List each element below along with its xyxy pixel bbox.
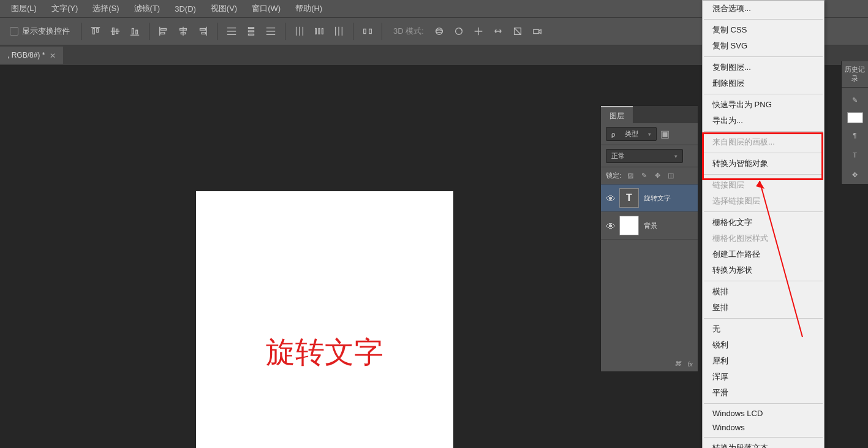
- menu-3d[interactable]: 3D(D): [168, 2, 202, 16]
- separator: [704, 318, 823, 319]
- align-top-icon[interactable]: [88, 23, 104, 39]
- distribute-hcenter-icon[interactable]: [311, 23, 327, 39]
- svg-rect-8: [136, 30, 138, 34]
- show-transform-controls-checkbox[interactable]: 显示变换控件: [5, 26, 75, 37]
- document-tab[interactable]: , RGB/8#) * ✕: [0, 47, 63, 64]
- 3d-roll-icon[interactable]: [451, 23, 467, 39]
- separator: [81, 23, 81, 40]
- align-hcenter-icon[interactable]: [175, 23, 191, 39]
- canvas[interactable]: 旋转文字: [196, 191, 453, 448]
- tab-title: , RGB/8#) *: [7, 51, 45, 59]
- context-menu-item[interactable]: 转换为智能对象: [703, 156, 824, 172]
- svg-rect-22: [249, 31, 254, 32]
- svg-rect-23: [249, 34, 254, 36]
- separator: [217, 23, 217, 40]
- context-menu-item[interactable]: 混合选项...: [703, 1, 824, 17]
- menu-type[interactable]: 文字(Y): [45, 1, 84, 17]
- paragraph-icon[interactable]: ¶: [848, 128, 862, 143]
- filter-image-icon[interactable]: ▣: [660, 130, 669, 139]
- svg-rect-31: [319, 29, 320, 34]
- link-layers-icon[interactable]: ⌘: [674, 360, 681, 368]
- menu-help[interactable]: 帮助(H): [289, 1, 328, 17]
- separator: [704, 153, 823, 153]
- context-menu-item[interactable]: 横排: [703, 284, 824, 300]
- context-menu-item[interactable]: 竖排: [703, 300, 824, 316]
- menu-window[interactable]: 窗口(W): [246, 1, 287, 17]
- 3d-pan-icon[interactable]: [470, 23, 486, 39]
- svg-rect-7: [132, 29, 134, 34]
- canvas-text-layer[interactable]: 旋转文字: [266, 333, 383, 372]
- 3d-slide-icon[interactable]: [490, 23, 506, 39]
- context-menu-item[interactable]: 删除图层: [703, 75, 824, 91]
- lock-artboard-icon[interactable]: ◫: [666, 172, 675, 180]
- separator: [382, 23, 382, 40]
- context-menu-item[interactable]: 复制图层...: [703, 59, 824, 75]
- context-menu-item[interactable]: 复制 SVG: [703, 38, 824, 54]
- context-menu-item: 栅格化图层样式: [703, 230, 824, 246]
- lock-position-icon[interactable]: ✥: [653, 172, 662, 180]
- lock-transparent-icon[interactable]: ▨: [626, 172, 635, 180]
- context-menu-item[interactable]: 锐利: [703, 337, 824, 353]
- layer-thumbnail: [619, 216, 639, 235]
- distribute-left-icon[interactable]: [292, 23, 308, 39]
- distribute-right-icon[interactable]: [331, 23, 347, 39]
- context-menu-item[interactable]: 导出为...: [703, 113, 824, 129]
- svg-rect-17: [202, 32, 205, 34]
- align-bottom-icon[interactable]: [127, 23, 143, 39]
- fx-icon[interactable]: fx: [687, 360, 693, 368]
- separator: [704, 19, 823, 20]
- 3d-orbit-icon[interactable]: [431, 23, 447, 39]
- distribute-top-icon[interactable]: [224, 23, 240, 39]
- align-right-icon[interactable]: [195, 23, 211, 39]
- lock-row: 锁定: ▨ ✎ ✥ ◫: [601, 167, 698, 184]
- context-menu-item[interactable]: 栅格化文字: [703, 215, 824, 230]
- right-panel-strip: 历史记录 ✎ ¶ T ✥: [841, 61, 868, 184]
- layer-item-text[interactable]: 👁 T 旋转文字: [601, 184, 698, 212]
- context-menu-item[interactable]: 平滑: [703, 385, 824, 401]
- context-menu-item: 链接图层: [703, 177, 824, 193]
- align-left-icon[interactable]: [156, 23, 172, 39]
- context-menu-item[interactable]: 无: [703, 321, 824, 337]
- history-thumb[interactable]: [847, 112, 863, 123]
- layer-item-background[interactable]: 👁 背景: [601, 212, 698, 240]
- 3d-scale-icon[interactable]: [510, 23, 526, 39]
- type-icon[interactable]: T: [848, 148, 862, 162]
- context-menu-item[interactable]: 复制 CSS: [703, 22, 824, 38]
- menu-view[interactable]: 视图(V): [205, 1, 243, 17]
- context-menu-item[interactable]: Windows: [703, 420, 824, 435]
- separator: [704, 403, 823, 404]
- separator: [285, 23, 285, 40]
- context-menu-item[interactable]: Windows LCD: [703, 406, 824, 420]
- tab-layers[interactable]: 图层: [601, 106, 633, 123]
- context-menu-item[interactable]: 快速导出为 PNG: [703, 97, 824, 113]
- close-icon[interactable]: ✕: [50, 51, 57, 59]
- visibility-icon[interactable]: 👁: [606, 194, 614, 202]
- separator: [704, 437, 823, 438]
- visibility-icon[interactable]: 👁: [606, 221, 614, 230]
- context-menu-item[interactable]: 转换为段落文本: [703, 440, 824, 448]
- lock-paint-icon[interactable]: ✎: [640, 172, 648, 180]
- menu-layer[interactable]: 图层(L): [5, 1, 43, 17]
- distribute-bottom-icon[interactable]: [263, 23, 279, 39]
- svg-rect-1: [93, 29, 95, 34]
- distribute-spacing-icon[interactable]: [360, 23, 376, 39]
- svg-rect-32: [322, 29, 323, 34]
- distribute-vcenter-icon[interactable]: [243, 23, 259, 39]
- context-menu-item[interactable]: 创建工作路径: [703, 246, 824, 262]
- layer-name: 旋转文字: [644, 194, 671, 203]
- separator: [149, 23, 149, 40]
- context-menu-item[interactable]: 犀利: [703, 353, 824, 369]
- context-menu-item[interactable]: 转换为形状: [703, 262, 824, 278]
- blend-mode-select[interactable]: 正常 ▾: [606, 149, 683, 163]
- context-menu-item: 来自图层的画板...: [703, 134, 824, 150]
- tab-history[interactable]: 历史记录: [842, 61, 868, 88]
- svg-rect-2: [97, 29, 99, 32]
- menu-filter[interactable]: 滤镜(T): [128, 1, 167, 17]
- context-menu-item[interactable]: 浑厚: [703, 369, 824, 385]
- 3d-camera-icon[interactable]: [529, 23, 545, 39]
- brush-icon[interactable]: ✎: [848, 93, 862, 107]
- move-icon[interactable]: ✥: [848, 167, 862, 182]
- menu-select[interactable]: 选择(S): [86, 1, 125, 17]
- layer-filter-select[interactable]: ρ 类型 ▾: [606, 127, 657, 141]
- align-vcenter-icon[interactable]: [107, 23, 123, 39]
